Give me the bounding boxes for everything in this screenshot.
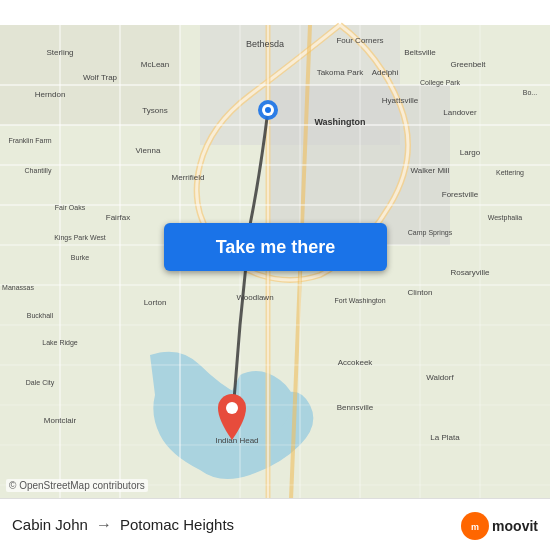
map-container: Bethesda Four Corners Beltsville Sterlin… (0, 0, 550, 550)
svg-text:Four Corners: Four Corners (336, 36, 383, 45)
svg-text:Camp Springs: Camp Springs (408, 229, 453, 237)
osm-attribution: © OpenStreetMap contributors (6, 479, 148, 492)
svg-text:Hyattsville: Hyattsville (382, 96, 419, 105)
svg-text:m: m (471, 522, 479, 532)
svg-text:Clinton: Clinton (408, 288, 433, 297)
svg-text:Bethesda: Bethesda (246, 39, 284, 49)
svg-text:Vienna: Vienna (136, 146, 161, 155)
svg-text:Buckhall: Buckhall (27, 312, 54, 319)
svg-text:Sterling: Sterling (46, 48, 73, 57)
svg-text:Walker Mill: Walker Mill (411, 166, 450, 175)
svg-text:Takoma Park: Takoma Park (317, 68, 365, 77)
map-background: Bethesda Four Corners Beltsville Sterlin… (0, 0, 550, 550)
svg-text:Franklin Farm: Franklin Farm (8, 137, 51, 144)
origin-label: Cabin John (12, 516, 88, 533)
svg-text:Lorton: Lorton (144, 298, 167, 307)
svg-text:McLean: McLean (141, 60, 169, 69)
svg-text:Forestville: Forestville (442, 190, 479, 199)
moovit-icon: m (461, 512, 489, 540)
svg-text:Indian Head: Indian Head (215, 436, 258, 445)
svg-text:Wolf Trap: Wolf Trap (83, 73, 118, 82)
moovit-text: moovit (492, 518, 538, 534)
svg-text:Beltsville: Beltsville (404, 48, 436, 57)
svg-text:Fairfax: Fairfax (106, 213, 130, 222)
svg-text:Manassas: Manassas (2, 284, 34, 291)
svg-text:Bennsville: Bennsville (337, 403, 374, 412)
svg-text:Dale City: Dale City (26, 379, 55, 387)
svg-text:Montclair: Montclair (44, 416, 77, 425)
svg-text:Kettering: Kettering (496, 169, 524, 177)
destination-label: Potomac Heights (120, 516, 234, 533)
svg-text:Kings Park West: Kings Park West (54, 234, 106, 242)
svg-text:Woodlawn: Woodlawn (236, 293, 273, 302)
svg-text:Rosaryville: Rosaryville (450, 268, 490, 277)
take-me-there-button[interactable]: Take me there (164, 223, 387, 271)
svg-text:Adelphi: Adelphi (372, 68, 399, 77)
svg-text:Merrifield: Merrifield (172, 173, 205, 182)
svg-text:Herndon: Herndon (35, 90, 66, 99)
svg-text:Greenbelt: Greenbelt (450, 60, 486, 69)
svg-text:Fort Washington: Fort Washington (334, 297, 385, 305)
svg-text:Lake Ridge: Lake Ridge (42, 339, 78, 347)
svg-text:Washington: Washington (314, 117, 365, 127)
svg-text:Fair Oaks: Fair Oaks (55, 204, 86, 211)
svg-text:Waldorf: Waldorf (426, 373, 454, 382)
footer-bar: Cabin John → Potomac Heights m moovit (0, 498, 550, 550)
svg-text:Burke: Burke (71, 254, 89, 261)
svg-point-77 (226, 402, 238, 414)
svg-text:Westphalia: Westphalia (488, 214, 523, 222)
svg-text:Accokeek: Accokeek (338, 358, 374, 367)
svg-text:Bo...: Bo... (523, 89, 537, 96)
svg-text:Tysons: Tysons (142, 106, 167, 115)
svg-point-76 (265, 107, 271, 113)
svg-text:Chantilly: Chantilly (25, 167, 52, 175)
svg-text:Largo: Largo (460, 148, 481, 157)
moovit-logo: m moovit (461, 512, 538, 540)
svg-text:College Park: College Park (420, 79, 461, 87)
direction-arrow: → (96, 516, 112, 534)
svg-text:Landover: Landover (443, 108, 477, 117)
svg-text:La Plata: La Plata (430, 433, 460, 442)
